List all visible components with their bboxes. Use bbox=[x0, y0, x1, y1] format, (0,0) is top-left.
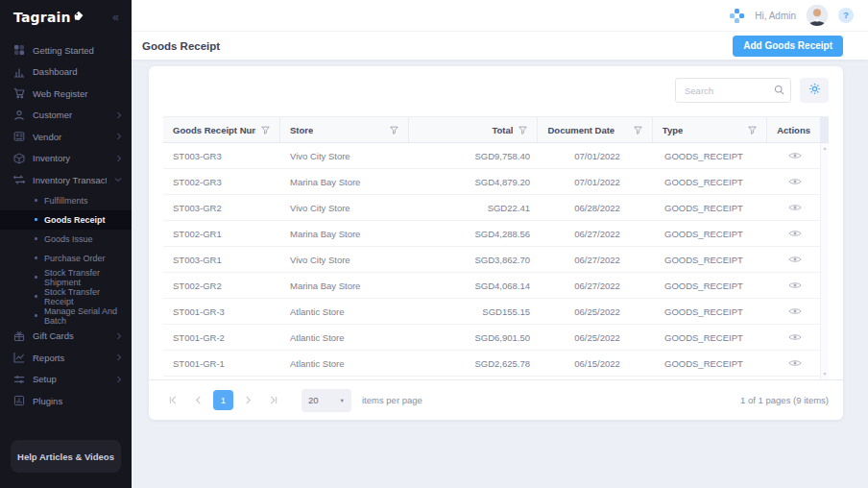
filter-icon[interactable] bbox=[518, 126, 527, 134]
bar-chart-icon bbox=[13, 66, 25, 78]
reports-icon bbox=[13, 352, 25, 363]
sidebar-item-label: Goods Receipt bbox=[44, 215, 106, 225]
box-icon bbox=[13, 153, 25, 164]
content: Goods Receipt Number Store Total Do bbox=[132, 60, 868, 488]
pagination-page-1[interactable]: 1 bbox=[213, 390, 233, 410]
table-header-row: Goods Receipt Number Store Total Do bbox=[163, 116, 829, 143]
bullet-icon bbox=[35, 276, 37, 279]
scrollbar-corner bbox=[820, 117, 829, 142]
add-goods-receipt-button[interactable]: Add Goods Receipt bbox=[733, 36, 843, 57]
filter-icon[interactable] bbox=[261, 126, 270, 134]
sidebar-item-goods-issue[interactable]: Goods Issue bbox=[0, 230, 132, 249]
cell-document-date: 06/25/2022 bbox=[540, 306, 655, 317]
sidebar-item-manage-serial-and-batch[interactable]: Manage Serial And Batch bbox=[0, 306, 132, 326]
sidebar-item-stock-transfer-shipment[interactable]: Stock Transfer Shipment bbox=[0, 268, 132, 287]
cell-receipt-number: ST001-GR-1 bbox=[163, 358, 280, 369]
sidebar-item-dashboard[interactable]: Dashboard bbox=[0, 61, 132, 84]
pagination-first-button[interactable] bbox=[163, 390, 183, 410]
column-label: Actions bbox=[777, 125, 810, 135]
view-eye-icon[interactable] bbox=[788, 229, 802, 238]
cell-type: GOODS_RECEIPT bbox=[655, 332, 770, 343]
gear-icon bbox=[808, 83, 821, 98]
sidebar-item-label: Gift Cards bbox=[33, 330, 108, 341]
brand-name: Tagrain bbox=[13, 10, 71, 25]
view-eye-icon[interactable] bbox=[788, 358, 802, 368]
table-body: ST003-GR3 Vivo City Store SGD9,758.40 07… bbox=[163, 143, 829, 379]
sidebar-item-fulfillments[interactable]: Fulfillments bbox=[0, 191, 132, 210]
sidebar-item-label: Web Register bbox=[33, 88, 122, 99]
pagination-bar: 1 20 ▼ items per page 1 of 1 pages (9 it… bbox=[149, 379, 843, 420]
cart-icon bbox=[13, 87, 25, 99]
chevron-down-icon bbox=[114, 177, 122, 183]
sidebar-item-goods-receipt[interactable]: Goods Receipt bbox=[0, 210, 132, 230]
sidebar-item-label: Dashboard bbox=[33, 66, 122, 77]
scroll-down-icon[interactable]: ▼ bbox=[823, 372, 828, 377]
column-header-store[interactable]: Store bbox=[280, 117, 409, 142]
sidebar-collapse-icon[interactable]: « bbox=[112, 12, 119, 23]
sidebar-item-label: Stock Transfer Receipt bbox=[44, 287, 122, 306]
sidebar-item-setup[interactable]: Setup bbox=[0, 369, 132, 391]
chevron-right-icon bbox=[116, 332, 122, 340]
sidebar-item-label: Setup bbox=[33, 374, 108, 384]
scroll-up-icon[interactable]: ▲ bbox=[823, 146, 828, 151]
column-header-document-date[interactable]: Document Date bbox=[538, 117, 652, 142]
sidebar-item-plugins[interactable]: Plugins bbox=[0, 390, 132, 412]
help-icon[interactable]: ? bbox=[838, 8, 854, 23]
view-eye-icon[interactable] bbox=[788, 151, 802, 160]
page-size-select[interactable]: 20 ▼ bbox=[301, 389, 351, 412]
view-eye-icon[interactable] bbox=[788, 203, 802, 212]
chevron-right-icon bbox=[116, 155, 122, 162]
plugins-icon bbox=[13, 395, 25, 406]
cell-type: GOODS_RECEIPT bbox=[655, 281, 770, 291]
column-header-goods-receipt-number[interactable]: Goods Receipt Number bbox=[163, 117, 280, 142]
view-eye-icon[interactable] bbox=[788, 306, 802, 316]
sidebar-item-purchase-order[interactable]: Purchase Order bbox=[0, 249, 132, 268]
column-label: Type bbox=[663, 125, 683, 135]
sidebar-item-reports[interactable]: Reports bbox=[0, 347, 132, 369]
column-header-type[interactable]: Type bbox=[653, 117, 767, 142]
pagination-prev-button[interactable] bbox=[188, 390, 208, 410]
view-eye-icon[interactable] bbox=[788, 332, 802, 342]
sidebar-item-customer[interactable]: Customer bbox=[0, 105, 132, 127]
sidebar-item-label: Reports bbox=[33, 353, 108, 363]
pagination-summary: 1 of 1 pages (9 items) bbox=[740, 395, 829, 405]
sidebar-item-web-register[interactable]: Web Register bbox=[0, 83, 132, 105]
sidebar-item-vendor[interactable]: Vendor bbox=[0, 126, 132, 148]
column-label: Goods Receipt Number bbox=[173, 125, 255, 135]
help-articles-button[interactable]: Help Articles & Videos bbox=[11, 440, 121, 473]
table-row: ST002-GR3 Marina Bay Store SGD4,879.20 0… bbox=[163, 169, 829, 195]
main-area: Hi, Admin ? Goods Receipt Add Goods Rece… bbox=[132, 0, 868, 488]
pagination-next-button[interactable] bbox=[238, 390, 258, 410]
column-header-total[interactable]: Total bbox=[409, 117, 538, 142]
avatar[interactable] bbox=[807, 5, 828, 26]
sidebar-item-label: Getting Started bbox=[33, 45, 122, 56]
sidebar-item-label: Vendor bbox=[33, 132, 108, 142]
view-eye-icon[interactable] bbox=[788, 255, 802, 264]
table-row: ST001-GR-2 Atlantic Store SGD6,901.50 06… bbox=[163, 325, 829, 351]
filter-icon[interactable] bbox=[634, 126, 642, 134]
pagination-last-button[interactable] bbox=[263, 390, 283, 410]
items-per-page-label: items per page bbox=[362, 395, 422, 405]
goods-receipt-table: Goods Receipt Number Store Total Do bbox=[163, 116, 829, 379]
topbar: Hi, Admin ? bbox=[132, 0, 868, 31]
sidebar-item-gift-cards[interactable]: Gift Cards bbox=[0, 326, 132, 348]
sidebar-item-inventory-transactions[interactable]: Inventory Transactions bbox=[0, 169, 132, 191]
grid-settings-button[interactable] bbox=[800, 78, 829, 103]
cell-receipt-number: ST001-GR-2 bbox=[163, 332, 280, 343]
cell-total: SGD2,625.78 bbox=[410, 358, 540, 369]
sidebar-item-getting-started[interactable]: Getting Started bbox=[0, 39, 132, 61]
sidebar-item-stock-transfer-receipt[interactable]: Stock Transfer Receipt bbox=[0, 287, 132, 306]
search-box bbox=[675, 78, 791, 103]
chevron-right-icon bbox=[116, 376, 122, 383]
filter-icon[interactable] bbox=[390, 126, 398, 134]
view-eye-icon[interactable] bbox=[788, 281, 802, 290]
cell-receipt-number: ST002-GR2 bbox=[163, 281, 280, 291]
table-scrollbar[interactable]: ▲ ▼ bbox=[820, 143, 829, 379]
sidebar-item-inventory[interactable]: Inventory bbox=[0, 148, 132, 170]
column-label: Total bbox=[492, 125, 513, 135]
apps-sync-icon[interactable] bbox=[730, 9, 744, 23]
grid-icon bbox=[13, 44, 25, 56]
view-eye-icon[interactable] bbox=[788, 177, 802, 186]
cell-receipt-number: ST002-GR3 bbox=[163, 177, 280, 187]
filter-icon[interactable] bbox=[748, 126, 757, 134]
